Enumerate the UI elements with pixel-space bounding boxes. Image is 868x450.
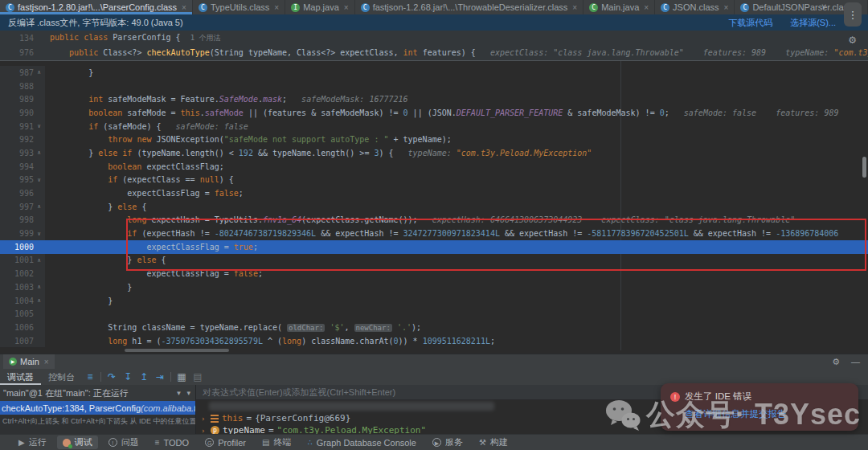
gutter[interactable]: 994 bbox=[0, 160, 45, 174]
code-line[interactable]: 993∧ } else if (typeName.length() < 192 … bbox=[0, 146, 868, 160]
gutter[interactable]: 1007 bbox=[0, 334, 45, 348]
gutter[interactable]: 1004∧ bbox=[0, 294, 45, 308]
code-line[interactable]: 1006 String className = typeName.replace… bbox=[0, 321, 868, 334]
choose-sources-link[interactable]: 选择源(S)... bbox=[790, 17, 836, 29]
editor-tab[interactable]: CMain.java× bbox=[583, 0, 655, 14]
gutter[interactable]: 134 bbox=[0, 31, 45, 45]
filter-icon[interactable]: ▼ bbox=[176, 390, 182, 397]
code-line[interactable]: 994 boolean expectClassFlag; bbox=[0, 160, 868, 174]
gutter[interactable]: 992 bbox=[0, 133, 45, 146]
code-line[interactable]: 991∨ if (safeMode) { safeMode: false bbox=[0, 120, 868, 133]
code-line[interactable]: 995∨ if (expectClass == null) { bbox=[0, 174, 868, 187]
gutter[interactable]: 998 bbox=[0, 214, 45, 227]
editor-tab-bar: Cfastjson-1.2.80.jar!\...\ParserConfig.c… bbox=[0, 0, 868, 14]
code-line[interactable]: 134public class ParserConfig { 1 个用法 bbox=[0, 31, 868, 45]
tab-console[interactable]: 控制台 bbox=[41, 369, 82, 385]
code-editor[interactable]: 987∧ }988989 int safeModeMask = Feature.… bbox=[0, 31, 868, 354]
step-out-icon[interactable]: ↥ bbox=[136, 371, 152, 382]
run-config-tab[interactable]: ▶ Main × bbox=[3, 354, 55, 369]
step-into-icon[interactable]: ↧ bbox=[120, 371, 136, 382]
expand-chevron-icon[interactable]: › bbox=[201, 415, 207, 423]
class-icon: C bbox=[740, 3, 749, 12]
gutter[interactable]: 1005 bbox=[0, 307, 45, 321]
gutter[interactable]: 987∧ bbox=[0, 66, 45, 80]
gear-icon[interactable]: ⚙ bbox=[832, 357, 840, 367]
statusbar-item-服务[interactable]: ▶服务 bbox=[427, 436, 469, 449]
code-line[interactable]: 999∨ if (expectHash != -8024746738719829… bbox=[0, 227, 868, 240]
editor-tab[interactable]: CTypeUtils.class× bbox=[193, 0, 285, 14]
gutter[interactable]: 993∧ bbox=[0, 146, 45, 160]
notification-details-link[interactable]: 查看详细信息并提交报告 bbox=[685, 408, 849, 420]
statusbar-item-Profiler[interactable]: GProfiler bbox=[199, 437, 252, 448]
expand-chevron-icon[interactable]: › bbox=[201, 427, 207, 435]
code-line[interactable]: 996 expectClassFlag = false; bbox=[0, 186, 868, 200]
close-tab-icon[interactable]: × bbox=[724, 3, 729, 12]
gutter[interactable]: 997∧ bbox=[0, 200, 45, 214]
layout-settings-icon[interactable]: ▤ bbox=[190, 371, 206, 382]
statusbar-item-调试[interactable]: 调试 bbox=[57, 436, 98, 449]
gutter[interactable]: 1006 bbox=[0, 321, 45, 334]
debug-header: ▶ Main × ⚙— bbox=[0, 354, 868, 369]
statusbar-item-终端[interactable]: ▤终端 bbox=[256, 436, 297, 449]
close-tab-icon[interactable]: × bbox=[274, 3, 279, 12]
code-line[interactable]: 1002 expectClassFlag = false; bbox=[0, 267, 868, 280]
tab-debugger[interactable]: 调试器 bbox=[0, 369, 41, 385]
notification-title: 发生了 IDE 错误 bbox=[685, 391, 751, 403]
code-line[interactable]: 997∧ } else { bbox=[0, 200, 868, 214]
code-line[interactable]: 987∧ } bbox=[0, 66, 868, 80]
frame-package: (com.alibaba.fastjs bbox=[141, 403, 195, 413]
gutter[interactable]: 976 bbox=[0, 45, 45, 59]
close-tab-icon[interactable]: × bbox=[182, 3, 186, 12]
step-over-icon[interactable]: ↷ bbox=[104, 371, 120, 382]
code-line[interactable]: 990 boolean safeMode = this.safeMode || … bbox=[0, 106, 868, 120]
close-tab-icon[interactable]: × bbox=[644, 3, 649, 12]
code-line[interactable]: 1004∧ } bbox=[0, 294, 868, 308]
statusbar-item-运行[interactable]: ▶运行 bbox=[13, 436, 52, 449]
download-sources-link[interactable]: 下载源代码 bbox=[728, 17, 772, 29]
gutter[interactable]: 989 bbox=[0, 92, 45, 106]
gutter[interactable]: 988 bbox=[0, 80, 45, 93]
kebab-menu-icon[interactable]: ⋮ bbox=[844, 2, 862, 27]
gutter[interactable]: 999∨ bbox=[0, 227, 45, 240]
editor-tab[interactable]: CJSON.class× bbox=[655, 0, 735, 14]
close-icon[interactable]: × bbox=[44, 358, 49, 366]
thread-selector[interactable]: "main"@1 在组"main": 正在运行 ▼ ▾ bbox=[0, 385, 195, 401]
evaluate-expression-icon[interactable]: ▦ bbox=[174, 371, 190, 382]
horizontal-scrollbar[interactable] bbox=[125, 349, 229, 352]
gutter[interactable]: 1001∧ bbox=[0, 254, 45, 268]
code-line[interactable]: 992 throw new JSONException("safeMode no… bbox=[0, 133, 868, 146]
gear-icon[interactable]: ⚙ bbox=[848, 35, 857, 46]
statusbar-item-问题[interactable]: !问题 bbox=[103, 436, 145, 449]
statusbar-item-TODO[interactable]: ≡TODO bbox=[149, 437, 194, 448]
chevron-down-icon[interactable]: ˅ bbox=[821, 2, 826, 11]
code-line[interactable]: 1001∧ } else { bbox=[0, 254, 868, 268]
gutter[interactable]: 990 bbox=[0, 106, 45, 120]
gutter[interactable]: 1002 bbox=[0, 267, 45, 280]
close-tab-icon[interactable]: × bbox=[572, 3, 577, 12]
gutter[interactable]: 996 bbox=[0, 186, 45, 200]
vertical-scrollbar[interactable] bbox=[862, 157, 866, 178]
gutter[interactable]: 1003∧ bbox=[0, 280, 45, 294]
ide-error-notification[interactable]: ! 发生了 IDE 错误 查看详细信息并提交报告 bbox=[661, 383, 858, 431]
minimize-icon[interactable]: — bbox=[851, 357, 860, 367]
code-line[interactable]: 998 long expectHash = TypeUtils.fnv1a_64… bbox=[0, 214, 868, 227]
code-line[interactable]: 1005 bbox=[0, 307, 868, 321]
code-line[interactable]: 1003∧ } bbox=[0, 280, 868, 294]
editor-tab[interactable]: IMap.java× bbox=[285, 0, 354, 14]
statusbar-item-构建[interactable]: ⚒构建 bbox=[473, 436, 514, 449]
gutter[interactable]: 995∨ bbox=[0, 174, 45, 187]
code-line[interactable]: 1000 expectClassFlag = true; bbox=[0, 240, 868, 254]
editor-tab[interactable]: Cfastjson-1.2.80.jar!\...\ParserConfig.c… bbox=[0, 0, 193, 14]
editor-tab[interactable]: Cfastjson-1.2.68.jar!\...\ThrowableDeser… bbox=[355, 0, 584, 14]
code-line[interactable]: 989 int safeModeMask = Feature.SafeMode.… bbox=[0, 92, 868, 106]
code-line[interactable]: 976 public Class<?> checkAutoType(String… bbox=[0, 45, 868, 59]
settings-menu-icon[interactable]: ≡ bbox=[82, 371, 98, 382]
statusbar-item-Graph Database Console[interactable]: ∴Graph Database Console bbox=[301, 437, 422, 448]
close-tab-icon[interactable]: × bbox=[344, 3, 349, 12]
run-to-cursor-icon[interactable]: ⇥ bbox=[152, 371, 168, 382]
gutter[interactable]: 991∨ bbox=[0, 120, 45, 133]
stack-frame-selected[interactable]: checkAutoType:1384, ParserConfig (com.al… bbox=[0, 401, 195, 415]
gutter[interactable]: 1000 bbox=[0, 240, 45, 254]
code-line[interactable]: 1007 long h1 = (-3750763034362895579L ^ … bbox=[0, 334, 868, 348]
code-line[interactable]: 988 bbox=[0, 80, 868, 93]
